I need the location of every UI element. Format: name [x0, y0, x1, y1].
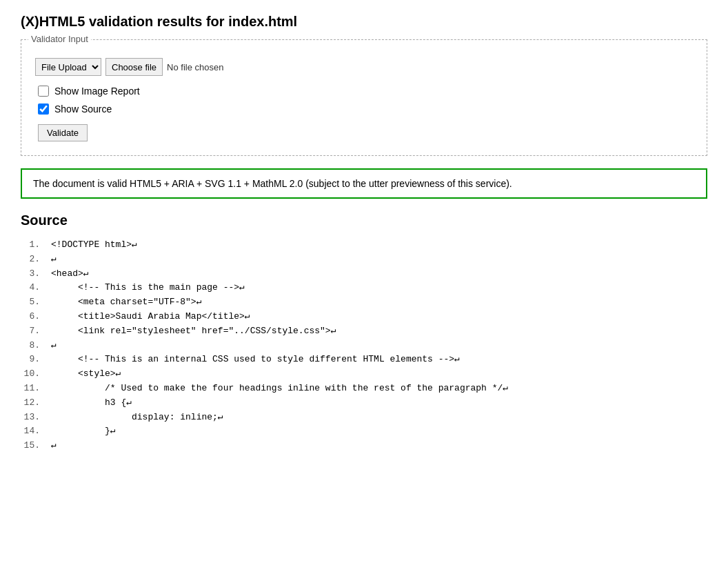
- line-number: 12.: [21, 396, 40, 411]
- validate-button[interactable]: Validate: [38, 124, 88, 141]
- source-line: 9. <!-- This is an internal CSS used to …: [21, 353, 707, 367]
- line-number: 10.: [21, 367, 40, 382]
- upload-type-select[interactable]: File Upload: [35, 58, 101, 76]
- section-legend: Validator Input: [28, 34, 91, 44]
- show-image-report-checkbox[interactable]: [38, 86, 49, 97]
- show-image-report-label[interactable]: Show Image Report: [54, 86, 140, 97]
- line-content: <title>Saudi Arabia Map</title>↵: [51, 310, 250, 324]
- source-line: 12. h3 {↵: [21, 396, 707, 411]
- line-number: 11.: [21, 382, 40, 396]
- validator-input-section: Validator Input File Upload Choose file …: [21, 39, 707, 156]
- line-content: <link rel="stylesheet" href="../CSS/styl…: [51, 324, 336, 339]
- source-line: 3.<head>↵: [21, 267, 707, 282]
- source-line: 11. /* Used to make the four headings in…: [21, 382, 707, 396]
- line-content: ↵: [51, 339, 57, 353]
- source-line: 10. <style>↵: [21, 367, 707, 382]
- line-content: display: inline;↵: [51, 411, 223, 425]
- show-image-report-row: Show Image Report: [38, 86, 693, 97]
- line-number: 4.: [21, 281, 40, 295]
- source-line: 15.↵: [21, 439, 707, 453]
- line-content: ↵: [51, 439, 57, 453]
- source-line: 4. <!-- This is the main page -->↵: [21, 281, 707, 295]
- line-number: 6.: [21, 310, 40, 324]
- source-line: 7. <link rel="stylesheet" href="../CSS/s…: [21, 324, 707, 339]
- line-number: 13.: [21, 411, 40, 425]
- validation-result-box: The document is valid HTML5 + ARIA + SVG…: [21, 168, 707, 199]
- line-number: 2.: [21, 253, 40, 267]
- line-number: 8.: [21, 339, 40, 353]
- line-content: /* Used to make the four headings inline…: [51, 382, 508, 396]
- show-source-row: Show Source: [38, 103, 693, 115]
- line-content: <meta charset="UTF-8">↵: [51, 295, 201, 310]
- line-number: 7.: [21, 324, 40, 339]
- line-number: 1.: [21, 238, 40, 253]
- source-line: 14. }↵: [21, 424, 707, 439]
- show-source-checkbox[interactable]: [38, 103, 49, 115]
- source-line: 5. <meta charset="UTF-8">↵: [21, 295, 707, 310]
- source-code-block: 1.<!DOCTYPE html>↵2.↵3.<head>↵4. <!-- Th…: [21, 238, 707, 453]
- show-source-label[interactable]: Show Source: [54, 103, 112, 115]
- source-line: 1.<!DOCTYPE html>↵: [21, 238, 707, 253]
- file-upload-row: File Upload Choose file No file chosen: [35, 58, 693, 76]
- source-line: 13. display: inline;↵: [21, 411, 707, 425]
- line-content: }↵: [51, 424, 116, 439]
- line-number: 3.: [21, 267, 40, 282]
- source-heading: Source: [21, 213, 707, 228]
- source-line: 8.↵: [21, 339, 707, 353]
- source-line: 6. <title>Saudi Arabia Map</title>↵: [21, 310, 707, 324]
- line-number: 15.: [21, 439, 40, 453]
- line-number: 14.: [21, 424, 40, 439]
- line-content: <style>↵: [51, 367, 121, 382]
- line-content: h3 {↵: [51, 396, 132, 411]
- line-content: <!DOCTYPE html>↵: [51, 238, 137, 253]
- source-line: 2.↵: [21, 253, 707, 267]
- line-number: 5.: [21, 295, 40, 310]
- validation-message: The document is valid HTML5 + ARIA + SVG…: [33, 178, 695, 189]
- line-content: <head>↵: [51, 267, 89, 282]
- line-content: <!-- This is an internal CSS used to sty…: [51, 353, 460, 367]
- choose-file-button[interactable]: Choose file: [105, 58, 163, 76]
- line-number: 9.: [21, 353, 40, 367]
- no-file-text: No file chosen: [167, 62, 223, 72]
- page-title: (X)HTML5 validation results for index.ht…: [21, 14, 707, 30]
- line-content: <!-- This is the main page -->↵: [51, 281, 245, 295]
- line-content: ↵: [51, 253, 57, 267]
